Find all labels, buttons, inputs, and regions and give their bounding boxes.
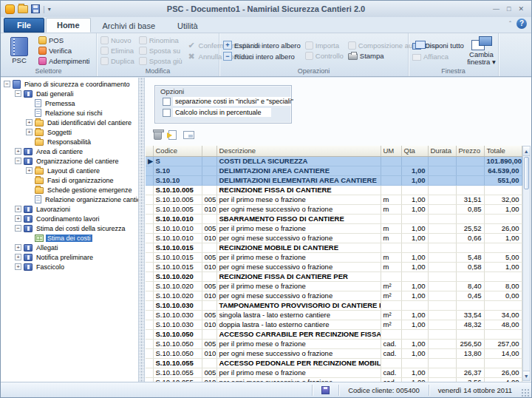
table-row[interactable]: S.10DELIMITAZIONI AREA CANTIERE1,0064.53… [146,166,522,175]
table-row[interactable]: S.10.10.030005singola lastra - lato este… [146,310,522,320]
riduci-intero-albero-button[interactable]: −Riduci intero albero [222,52,302,61]
table-row[interactable]: S.10.10.020005per il primo mese o frazio… [146,281,522,291]
resize-grip-icon[interactable] [521,388,530,397]
table-row[interactable]: S.10.10DELIMITAZIONI ELEMENTARI AREA CAN… [146,175,522,185]
table-row[interactable]: S.10.10.020010per ogni mese successivo o… [146,291,522,300]
save-icon[interactable] [31,4,40,13]
ribbon-collapse-icon[interactable]: ˆ [509,20,511,27]
tree-item-area-di-cantiere[interactable]: +Area di cantiere [1,146,138,156]
table-row[interactable]: S.10.10.055ACCESSO PEDONALE PER RECINZIO… [146,358,522,368]
import-icon[interactable] [168,130,177,140]
table-row[interactable]: S.10.10.005010per ogni mese successivo o… [146,204,522,214]
scrollbar-thumb[interactable] [524,157,530,189]
table-row[interactable]: S.10.10.010SBARRAMENTO FISSO DI CANTIERE [146,214,522,223]
tree-item-fascicolo[interactable]: +Fascicolo [1,262,138,271]
tree-item-organizzazione-del-cantiere[interactable]: −Organizzazione del cantiere [1,156,138,166]
maximize-button[interactable]: □ [507,4,511,14]
column-header-durata[interactable]: Durata [428,146,456,156]
table-row[interactable]: ▶SCOSTI DELLA SICUREZZA101.890,00 [146,156,522,166]
column-header-sub[interactable] [202,146,216,156]
expand-icon[interactable]: + [15,148,21,155]
tree-item-dati-identificativi-del-cantiere[interactable]: +Dati identificativi del cantiere [1,118,138,127]
tree-item-fasi-di-organizzazione[interactable]: Fasi di organizzazione [1,175,138,185]
checkbox-label: separazione costi in "inclusi" e "specia… [173,97,291,106]
expand-icon[interactable]: + [15,254,21,260]
preview-window-icon[interactable] [183,131,194,139]
column-header-um[interactable]: UM [381,146,401,156]
cell-codice: S.10.10.020 [153,271,202,281]
checkbox[interactable] [163,109,171,117]
minimize-button[interactable]: — [493,4,499,14]
expand-icon[interactable]: + [26,129,33,135]
disponi-tutto-button[interactable]: Disponi tutto [411,41,466,50]
table-row[interactable]: S.10.10.030TAMPONAMENTO PROVVISORIO DI C… [146,300,522,310]
panel-splitter[interactable] [139,78,145,382]
psc-button[interactable]: PSC [3,35,35,67]
tree-item-notifica-preliminare[interactable]: +Notifica preliminare [1,252,138,262]
verifica-button[interactable]: Verifica [37,47,91,55]
expand-icon[interactable]: + [26,119,33,126]
tree-item-schede-gestione-emergenze[interactable]: Schede gestione emergenze [1,185,138,195]
table-row[interactable]: S.10.10.020RECINZIONE FISSA DI CANTIERE … [146,271,522,281]
collapse-icon[interactable]: − [15,158,21,164]
delete-icon[interactable] [154,130,162,140]
tree-item-soggetti[interactable]: +Soggetti [1,127,138,137]
tab-archivi-di-base[interactable]: Archivi di base [92,19,166,33]
app-icon[interactable] [5,4,15,14]
tree-item-layout-di-cantiere[interactable]: +Layout di cantiere [1,166,138,175]
table-row[interactable]: S.10.10.015RECINZIONE MOBILE DI CANTIERE [146,243,522,252]
tree-item-relazione-sui-rischi[interactable]: Relazione sui rischi [1,108,138,118]
table-row[interactable]: S.10.10.050ACCESSO CARRABILE PER RECINZI… [146,329,522,339]
tab-utilit[interactable]: Utilità [167,19,208,33]
close-button[interactable]: ✕ [518,4,524,14]
table-row[interactable]: S.10.10.015005per il primo mese o frazio… [146,252,522,262]
qat-dropdown-icon[interactable]: ▾ [48,6,51,13]
cell-durata [428,358,456,368]
cambia-finestra-button[interactable]: Cambia finestra ▾ [467,35,496,67]
expand-icon[interactable]: + [15,263,21,270]
tree-item-lavorazioni[interactable]: +Lavorazioni [1,204,138,214]
expand-icon[interactable]: + [26,167,33,174]
table-row[interactable]: S.10.10.005005per il primo mese o frazio… [146,195,522,204]
tree-item-premessa[interactable]: Premessa [1,98,138,108]
table-row[interactable]: S.10.10.055005per il primo mese o frazio… [146,368,522,377]
table-row[interactable]: S.10.10.005RECINZIONE FISSA DI CANTIERE [146,185,522,195]
collapse-icon[interactable]: − [15,90,21,97]
tree-item-stima-dei-costi[interactable]: Stima dei costi [1,233,138,243]
tab-file[interactable]: File [4,18,44,33]
pos-button[interactable]: POS [37,36,91,44]
tree-item-piano-di-sicurezza-e-coordinamento[interactable]: −Piano di sicurezza e coordinamento [1,79,138,89]
scroll-up-icon[interactable]: ▲ [523,146,531,156]
tree-item-stima-dei-costi-della-sicurezza[interactable]: −Stima dei costi della sicurezza [1,223,138,233]
column-header-descrizione[interactable]: Descrizione [216,146,381,156]
tree-item-allegati[interactable]: +Allegati [1,243,138,252]
tree-item-responsabilit[interactable]: Responsabilità [1,137,138,146]
column-header-marker[interactable] [146,146,153,156]
table-row[interactable]: S.10.10.010010per ogni mese successivo o… [146,233,522,243]
collapse-icon[interactable]: − [4,81,10,87]
expand-icon[interactable]: + [15,244,21,251]
tree-item-dati-generali[interactable]: −Dati generali [1,89,138,98]
table-row[interactable]: S.10.10.030010doppia lastra - lato ester… [146,320,522,329]
grid-vertical-scrollbar[interactable]: ▲ ▼ [522,146,531,381]
adempimenti-button[interactable]: Adempimenti [37,57,91,65]
checkbox[interactable] [163,98,171,106]
tree-item-coordinamento-lavori[interactable]: +Coordinamento lavori [1,214,138,223]
table-row[interactable]: S.10.10.050005per il primo mese o frazio… [146,339,522,348]
table-row[interactable]: S.10.10.015010per ogni mese successivo o… [146,262,522,271]
expand-icon[interactable]: + [15,206,21,212]
espandi-intero-albero-button[interactable]: +Espandi intero albero [222,41,302,50]
expand-icon[interactable]: + [15,215,21,222]
open-file-icon[interactable] [18,5,28,13]
column-header-totale[interactable]: Totale [484,146,522,156]
collapse-icon[interactable]: − [15,225,21,232]
help-button[interactable]: ? [516,18,527,29]
table-row[interactable]: S.10.10.010005per il primo mese o frazio… [146,223,522,233]
tab-home[interactable]: Home [46,18,91,33]
scroll-down-icon[interactable]: ▼ [523,371,531,380]
table-row[interactable]: S.10.10.050010per ogni mese successivo o… [146,348,522,358]
column-header-codice[interactable]: Codice [153,146,202,156]
column-header-qta[interactable]: Qta [401,146,428,156]
tree-item-relazione-organizzazione-cantiere[interactable]: Relazione organizzazione cantiere [1,195,138,204]
column-header-prezzo[interactable]: Prezzo [456,146,484,156]
